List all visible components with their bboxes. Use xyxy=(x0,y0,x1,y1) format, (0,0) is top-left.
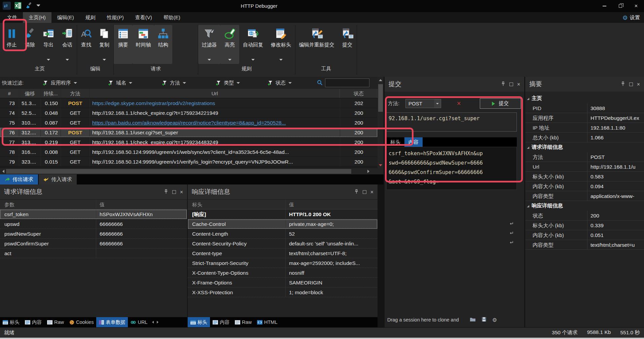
header-row[interactable]: X-Content-Type-Optionsnosniff xyxy=(188,268,378,278)
tab-resp-html[interactable]: HTML xyxy=(254,317,280,327)
auto-reply-button[interactable]: 自动回复 xyxy=(239,25,267,64)
maximize-icon[interactable] xyxy=(629,82,633,86)
scroll-left-button[interactable] xyxy=(0,168,6,174)
table-row[interactable]: 7351.3...0.150POSThttps://edge.skype.com… xyxy=(0,98,378,108)
restore-button[interactable] xyxy=(612,0,628,12)
summary-row[interactable]: 内容大小 (kb)0.094 xyxy=(525,181,644,191)
filter-status-dropdown[interactable]: 状态 xyxy=(268,77,292,89)
summary-row[interactable]: 标头大小 (kb)0.583 xyxy=(525,172,644,181)
dropdown-caret-icon[interactable] xyxy=(103,59,106,62)
copy-button[interactable]: 复制 xyxy=(95,25,113,64)
col-num[interactable]: # xyxy=(0,89,19,98)
table-row[interactable]: 75310....0.087GEThttps://pan.baidu.com/a… xyxy=(0,118,378,128)
tab-resp-content[interactable]: 内容 xyxy=(210,317,232,327)
filter-application-dropdown[interactable]: 应用程序 xyxy=(43,77,77,89)
close-button[interactable]: × xyxy=(628,0,644,12)
summary-row[interactable]: 应用程序HTTPDebuggerUI.ex xyxy=(525,113,644,123)
qat-dropdown-icon[interactable] xyxy=(36,3,40,9)
summary-section-main[interactable]: ◢主页 xyxy=(525,94,644,103)
tab-submit-content[interactable]: 内容 xyxy=(404,137,423,147)
structure-button[interactable]: 结构 xyxy=(154,25,172,64)
close-icon[interactable]: × xyxy=(517,82,520,86)
tabs-scroll-right[interactable] xyxy=(155,317,160,327)
dropdown-caret-icon[interactable] xyxy=(251,59,255,62)
header-row[interactable]: X-XSS-Protection1; mode=block xyxy=(188,287,378,297)
menu-rules[interactable]: 规则 xyxy=(80,12,101,23)
dropdown-caret-icon[interactable] xyxy=(208,59,211,62)
param-row[interactable]: pswdNewSuper66666666 xyxy=(0,229,187,239)
summary-row[interactable]: 内容类型application/x-www- xyxy=(525,191,644,201)
pin-icon[interactable] xyxy=(621,81,625,87)
dropdown-caret-icon[interactable] xyxy=(47,59,50,62)
scroll-right-button[interactable] xyxy=(365,168,371,174)
param-row[interactable]: act xyxy=(0,248,187,258)
maximize-icon[interactable] xyxy=(363,190,366,194)
vertical-scrollbar[interactable] xyxy=(378,77,384,168)
menu-performance[interactable]: 性能(P) xyxy=(101,12,130,23)
col-url[interactable]: Url xyxy=(90,89,340,98)
col-status[interactable]: 状态 xyxy=(340,89,378,98)
header-row[interactable]: X-Frame-OptionsSAMEORIGIN xyxy=(188,278,378,287)
save-icon[interactable] xyxy=(481,317,487,323)
highlight-button[interactable]: 高亮 xyxy=(220,25,239,64)
summary-row[interactable]: IP 地址192.168.1.1:80 xyxy=(525,123,644,133)
summary-section-response[interactable]: ◢响应详细信息 xyxy=(525,201,644,211)
param-row[interactable]: pswdConfirmSuper66666666 xyxy=(0,239,187,248)
header-row[interactable]: Cache-Controlprivate,max-age=0; xyxy=(188,219,378,229)
tab-outgoing-requests[interactable]: 传出请求 xyxy=(0,174,38,184)
pin-icon[interactable] xyxy=(501,81,505,87)
folder-icon[interactable] xyxy=(470,317,476,323)
table-row[interactable]: 7452.5...0.048GEThttp://192.168.1.1/chec… xyxy=(0,108,378,118)
close-icon[interactable]: × xyxy=(637,82,640,86)
table-row-selected[interactable]: 76312....0.172POSThttp://192.168.1.1/use… xyxy=(0,128,378,137)
export-button[interactable]: 导出 xyxy=(39,25,58,64)
summary-row[interactable]: 总大小 (kb)1.066 xyxy=(525,133,644,142)
menu-edit[interactable]: 编辑(E) xyxy=(51,12,80,23)
summary-row[interactable]: 状态200 xyxy=(525,211,644,221)
clear-brush-icon[interactable] xyxy=(25,2,33,10)
tab-req-form-data[interactable]: 表单数据 xyxy=(96,317,128,327)
summary-row[interactable]: PID30888 xyxy=(525,103,644,113)
pin-icon[interactable] xyxy=(164,189,168,195)
pin-icon[interactable] xyxy=(354,189,359,195)
dropdown-caret-icon[interactable] xyxy=(66,59,69,62)
tab-req-content[interactable]: 内容 xyxy=(22,317,44,327)
menu-help[interactable]: 帮助(E) xyxy=(158,12,186,23)
scrollbar-thumb[interactable] xyxy=(6,169,351,174)
col-offset[interactable]: 偏移 xyxy=(19,89,41,98)
menu-view[interactable]: 查看(V) xyxy=(130,12,158,23)
clear-button[interactable]: 清除 xyxy=(21,25,39,64)
table-row[interactable]: 77313....0.219GEThttp://192.168.1.1/chec… xyxy=(0,137,378,147)
tab-resp-raw[interactable]: Raw xyxy=(232,317,254,327)
menu-file[interactable]: 文件 xyxy=(1,12,23,23)
table-header-row[interactable]: # 偏移 持续... 方法 Url 状态 xyxy=(0,89,378,98)
clear-button-red-x[interactable]: ✕ xyxy=(457,100,461,107)
header-row[interactable]: Content-Security-Policydefault-src 'self… xyxy=(188,239,378,248)
dropdown-caret-icon[interactable] xyxy=(228,59,231,62)
tab-req-raw[interactable]: Raw xyxy=(44,317,67,327)
tabs-scroll-left[interactable] xyxy=(150,317,155,327)
header-row[interactable]: Content-typetext/html;charset=UTF-8; xyxy=(188,248,378,258)
tab-req-headers[interactable]: 标头 xyxy=(0,317,22,327)
timeline-button[interactable]: 时间轴 xyxy=(133,25,154,64)
find-button[interactable]: A 查找 xyxy=(77,25,95,64)
close-icon[interactable]: × xyxy=(180,190,183,194)
table-row[interactable]: 78316....0.008GEThttp://192.168.50.124:9… xyxy=(0,147,378,157)
tab-submit-headers[interactable]: 标头 xyxy=(386,137,404,147)
maximize-icon[interactable] xyxy=(509,82,513,86)
summary-section-request[interactable]: ◢请求详细信息 xyxy=(525,142,644,152)
summary-button[interactable]: 摘要 xyxy=(114,25,133,64)
param-row[interactable]: upswd66666666 xyxy=(0,219,187,229)
filters-button[interactable]: 过滤器 xyxy=(198,25,220,64)
filter-type-dropdown[interactable]: 类型 xyxy=(216,77,240,89)
summary-row[interactable]: 方法POST xyxy=(525,152,644,162)
summary-row[interactable]: Urlhttp://192.168.1.1/u xyxy=(525,162,644,172)
modify-headers-button[interactable]: 修改标头 xyxy=(267,25,295,64)
header-row[interactable]: [响应]HTTP/1.0 200 OK xyxy=(188,209,378,219)
scroll-down-button[interactable] xyxy=(378,162,384,168)
search-input[interactable] xyxy=(325,78,369,87)
dropdown-caret-icon[interactable] xyxy=(279,59,283,62)
param-row[interactable]: csrf_tokenhSPoxWJXNVsAFHXn xyxy=(0,209,187,219)
filter-domain-dropdown[interactable]: 域名 xyxy=(108,77,132,89)
header-row[interactable]: Strict-Transport-Securitymax-age=2592000… xyxy=(188,258,378,268)
